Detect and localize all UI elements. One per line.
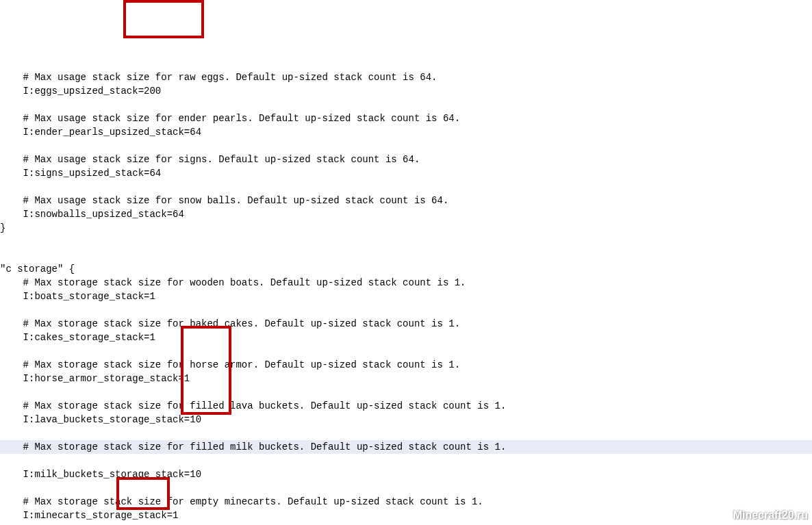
config-line-cakes: I:cakes_storage_stack=1 (0, 332, 155, 343)
config-line-signs: I:signs_upsized_stack=64 (0, 168, 161, 179)
annotation-box-eggs (123, 0, 204, 38)
comment-line: # Max storage stack size for wooden boat… (0, 277, 466, 288)
comment-line: # Max usage stack size for ender pearls.… (0, 113, 460, 124)
config-line-milk-buckets: I:milk_buckets_storage_stack=10 (0, 469, 201, 480)
config-line-minecarts: I:minecarts_storage_stack=1 (0, 510, 178, 521)
comment-line: # Max storage stack size for empty minec… (0, 496, 483, 507)
comment-line: # Max usage stack size for snow balls. D… (0, 195, 448, 206)
config-line-boats: I:boats_storage_stack=1 (0, 291, 155, 302)
config-text-editor[interactable]: # Max usage stack size for raw eggs. Def… (0, 55, 812, 525)
comment-line: # Max storage stack size for horse armor… (0, 359, 460, 370)
highlighted-line: # Max storage stack size for filled milk… (0, 440, 812, 454)
config-line-eggs: I:eggs_upsized_stack=200 (0, 86, 161, 97)
section-header-storage: "c storage" { (0, 264, 75, 274)
config-line-snowballs: I:snowballs_upsized_stack=64 (0, 209, 184, 220)
comment-line: # Max storage stack size for filled lava… (0, 400, 506, 411)
closing-brace: } (0, 222, 5, 233)
comment-line: # Max storage stack size for baked cakes… (0, 318, 460, 329)
config-line-ender-pearls: I:ender_pearls_upsized_stack=64 (0, 127, 201, 138)
comment-line: # Max usage stack size for raw eggs. Def… (0, 72, 437, 83)
config-line-horse-armor: I:horse_armor_storage_stack=1 (0, 373, 190, 384)
watermark-text: Minecraft20.ru (733, 509, 808, 522)
config-line-lava-buckets: I:lava_buckets_storage_stack=10 (0, 414, 201, 425)
comment-line: # Max usage stack size for signs. Defaul… (0, 154, 420, 165)
